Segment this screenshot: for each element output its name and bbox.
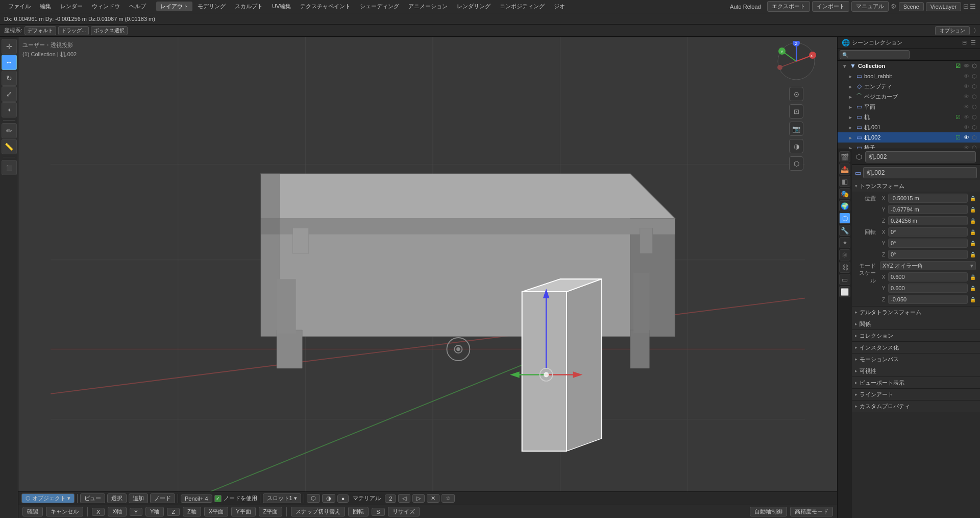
modifier-tab[interactable]: 🔧 [839,225,850,236]
snap-toggle-btn[interactable]: スナップ切り替え [291,507,345,516]
loc-z-lock[interactable]: 🔒 [970,218,976,224]
shading-solid[interactable]: ⬡ [307,494,320,503]
viewport-hide-icon[interactable]: ⬡ [971,114,978,121]
menu-window[interactable]: ウィンドウ [88,2,124,11]
expand-arrow[interactable]: ▾ [841,63,848,69]
z-btn[interactable]: Z [167,508,180,516]
move-tool[interactable]: ↔ [2,55,17,70]
particles-tab[interactable]: ✦ [839,237,850,248]
scale-z-field[interactable]: -0.050 [888,295,968,304]
outliner-item-plane[interactable]: ▸ ▭ 平面 👁 ⬡ [838,102,980,112]
section-header-line_art[interactable]: ▸ ラインアート [852,389,980,400]
yplane-btn[interactable]: Y平面 [231,507,255,516]
expand-arrow[interactable]: ▸ [847,114,854,120]
material-num[interactable]: 2 [385,495,396,503]
import-button[interactable]: インポート [812,1,849,12]
section-header-collection[interactable]: ▸ コレクション [852,330,980,341]
zplane-btn[interactable]: Z平面 [259,507,283,516]
rotate-btn[interactable]: 回転 [348,507,369,516]
camera-restrict-icon[interactable]: 👁 [963,124,970,130]
outliner-item-bool_rabbit[interactable]: ▸ ▭ bool_rabbit 👁 ⬡ [838,71,980,81]
view-layer-selector[interactable]: ViewLayer [926,2,961,11]
check-icon[interactable]: ☑ [954,63,962,69]
y-btn[interactable]: Y [130,508,142,516]
camera-view-btn[interactable]: 📷 [789,122,803,136]
scale-x-field[interactable]: 0.600 [888,272,968,281]
rot-y-field[interactable]: 0° [888,239,968,248]
filter-icon[interactable]: ⊟ [963,3,969,10]
camera-restrict-icon[interactable]: 👁 [963,104,970,110]
filter-icon[interactable]: ⊟ [962,39,967,46]
object-tab[interactable]: ⬡ [839,213,850,224]
perspective-btn[interactable]: ⊙ [789,87,803,101]
high-precision-btn[interactable]: 高精度モード [790,507,833,516]
workspace-texture-paint[interactable]: テクスチャペイント [296,2,355,11]
object-name-field[interactable] [865,151,976,162]
outliner-search-input[interactable] [840,50,910,59]
expand-arrow[interactable]: ▸ [847,104,854,110]
mat-close-btn[interactable]: ✕ [427,494,439,503]
loc-y-field[interactable]: -0.67794 m [888,205,968,214]
workspace-sculpt[interactable]: スカルプト [231,2,267,11]
constraints-tab[interactable]: ⛓ [839,262,850,273]
s-btn[interactable]: S [372,508,384,516]
annotate-tool[interactable]: ✏ [2,123,17,138]
viewport-hide-icon[interactable]: ⬡ [971,73,978,80]
view-layer-tab[interactable]: ◧ [839,176,850,187]
outliner-item-desk[interactable]: ▸ ▭ 机 ☑ 👁 ⬡ [838,112,980,122]
z-axis-btn[interactable]: Z軸 [183,507,201,516]
object-data-tab[interactable]: ▭ [839,274,850,285]
output-tab[interactable]: 📤 [839,163,850,175]
camera-restrict-icon[interactable]: 👁 [963,145,970,149]
overlay-btn[interactable]: ⬡ [789,156,803,171]
mode-dropdown[interactable]: XYZ オイラー角 ▾ [880,261,976,270]
mat-star-btn[interactable]: ☆ [442,494,455,503]
coord-default-btn[interactable]: デフォルト [24,26,56,35]
auto-axis-btn[interactable]: 自動軸制御 [750,507,787,516]
expand-arrow[interactable]: ▸ [847,84,854,89]
viewport-hide-icon[interactable]: ⬡ [971,145,978,150]
mode-selector[interactable]: ⬡ オブジェクト ▾ [21,493,75,503]
expand-arrow[interactable]: ▸ [847,94,854,100]
outliner-item-vegiecarp[interactable]: ▸ ⌒ ベジエカーブ 👁 ⬡ [838,91,980,102]
menu-file[interactable]: ファイル [4,2,35,11]
add-menu[interactable]: 追加 [129,493,148,503]
workspace-compositing[interactable]: コンポジティング [496,2,549,11]
loc-x-lock[interactable]: 🔒 [970,196,976,201]
viewport-hide-icon[interactable]: ⬡ [971,63,978,69]
scale-tool[interactable]: ⤢ [2,86,17,102]
cancel-btn[interactable]: キャンセル [46,507,83,516]
scale-x-lock[interactable]: 🔒 [970,274,976,280]
workspace-shading[interactable]: シェーディング [356,2,403,11]
shading-rendered[interactable]: ● [337,495,349,503]
loc-x-field[interactable]: -0.50015 m [888,194,968,203]
menu-help[interactable]: ヘルプ [125,2,150,11]
section-header-instancing[interactable]: ▸ インスタンス化 [852,342,980,353]
confirm-btn[interactable]: 確認 [22,507,43,516]
camera-restrict-icon[interactable]: 👁 [963,134,970,140]
check-icon[interactable]: ☑ [954,114,962,121]
section-header-delta_transform[interactable]: ▸ デルタトランスフォーム [852,307,980,318]
select-menu[interactable]: 選択 [107,493,127,503]
outliner-item-desk002[interactable]: ▸ ▭ 机.002 ☑ 👁 ⬡ [838,132,980,143]
camera-restrict-icon[interactable]: 👁 [963,93,970,100]
workspace-layout[interactable]: レイアウト [156,2,192,11]
navigation-gizmo[interactable]: X Y Z [776,41,817,82]
outliner-item-empty[interactable]: ▸ ◇ エンプティ 👁 ⬡ [838,81,980,91]
viewport-3d[interactable]: ユーザー・透視投影 (1) Collection | 机.002 X [18,37,837,505]
xplane-btn[interactable]: X平面 [204,507,228,516]
cursor-tool[interactable]: ✛ [2,39,17,54]
use-node-checkbox[interactable]: ✓ [214,495,222,502]
slot-selector[interactable]: スロット1 ▾ [263,493,301,503]
ortho-btn[interactable]: ⊡ [789,104,803,119]
camera-restrict-icon[interactable]: 👁 [963,63,970,69]
settings-icon[interactable]: ☰ [971,39,976,46]
section-header-visibility[interactable]: ▸ 可視性 [852,365,980,376]
scale-y-lock[interactable]: 🔒 [970,286,976,291]
outliner-item-collection[interactable]: ▾ ▼ Collection ☑ 👁 ⬡ [838,61,980,71]
expand-arrow[interactable]: ▸ [847,145,854,150]
x-btn[interactable]: X [92,508,105,516]
check-icon[interactable]: ☑ [954,134,962,141]
camera-restrict-icon[interactable]: 👁 [963,83,970,89]
options-header-btn[interactable]: オプション [935,26,970,35]
